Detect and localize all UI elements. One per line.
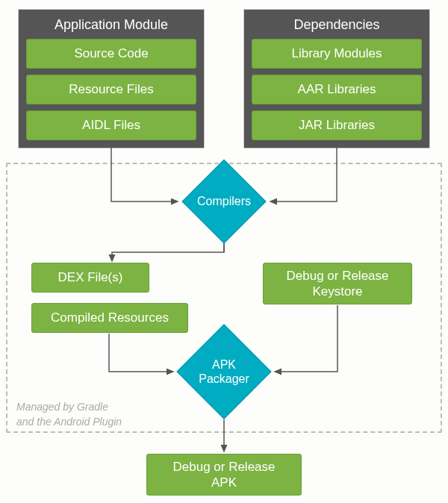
library-modules-item: Library Modules — [252, 39, 422, 69]
output-apk-node: Debug or Release APK — [146, 454, 302, 496]
compiled-resources-node: Compiled Resources — [31, 303, 188, 333]
application-module-box: Application Module Source Code Resource … — [18, 9, 205, 149]
source-code-item: Source Code — [26, 39, 196, 69]
aidl-files-item: AIDL Files — [26, 110, 196, 140]
jar-libraries-item: JAR Libraries — [252, 110, 422, 140]
dependencies-box: Dependencies Library Modules AAR Librari… — [243, 9, 430, 149]
dependencies-title: Dependencies — [252, 14, 422, 39]
resource-files-item: Resource Files — [26, 75, 196, 104]
application-module-title: Application Module — [26, 14, 196, 39]
aar-libraries-item: AAR Libraries — [252, 75, 422, 104]
dex-files-node: DEX File(s) — [31, 263, 149, 293]
apk-packager-label: APK Packager — [199, 357, 249, 386]
keystore-node: Debug or Release Keystore — [263, 263, 412, 304]
compilers-label: Compilers — [197, 194, 251, 208]
managed-region-label: Managed by Gradle and the Android Plugin — [16, 400, 122, 429]
